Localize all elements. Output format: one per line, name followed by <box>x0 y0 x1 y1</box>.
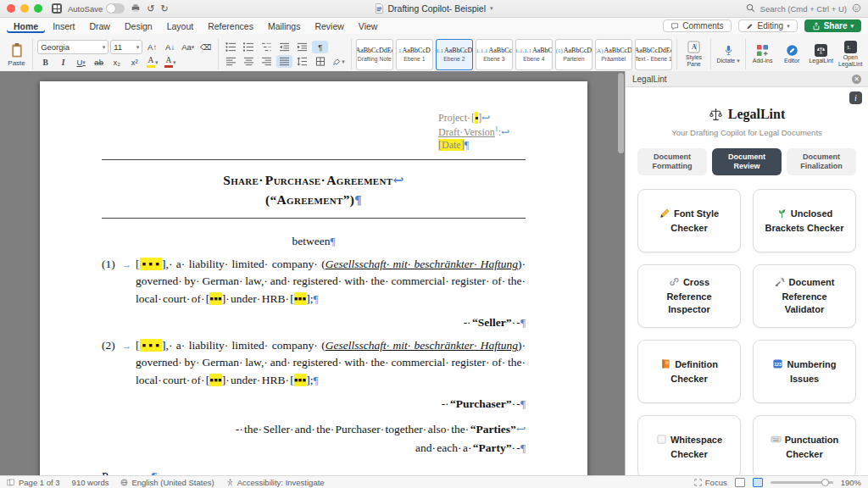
tab-document-review[interactable]: Document Review <box>712 148 782 175</box>
add-ins-button[interactable]: Add-ins <box>750 44 776 64</box>
bold-button[interactable]: B <box>37 56 53 69</box>
zoom-window-button[interactable] <box>34 4 42 13</box>
style-ebene-1[interactable]: 1AaBbCcDEbene 1 <box>396 39 433 70</box>
assistant-icon[interactable] <box>852 3 861 14</box>
tab-document-formatting[interactable]: Document Formatting <box>637 148 707 175</box>
borders-button[interactable] <box>312 55 328 68</box>
justify-button[interactable] <box>276 55 292 68</box>
word-count[interactable]: 910 words <box>72 478 109 487</box>
highlight-color-button[interactable]: A▾ <box>144 56 160 69</box>
search-icon[interactable] <box>746 3 755 14</box>
share-button[interactable]: Share ▾ <box>804 19 861 32</box>
editor-icon <box>786 44 798 57</box>
scrollbar-thumb[interactable] <box>618 73 624 153</box>
style-drafting-note[interactable]: AaBbCcDdEeDrafting Note <box>356 39 393 70</box>
ribbon-tab-design[interactable]: Design <box>118 19 159 33</box>
undo-icon[interactable]: ↺ <box>147 4 154 14</box>
focus-icon <box>694 479 702 486</box>
line-spacing-button[interactable] <box>294 55 310 68</box>
outdent-button[interactable] <box>276 41 292 53</box>
open-legallint-button[interactable]: L Open LegalLint <box>837 41 863 68</box>
definition-checker-card[interactable]: Definition Checker <box>637 340 741 403</box>
ribbon-tab-references[interactable]: References <box>201 19 260 33</box>
editor-button[interactable]: Editor <box>779 44 804 64</box>
style-praeambel[interactable]: (A)AaBbCcDPräambel <box>595 39 632 70</box>
document-title-area[interactable]: Drafting Copilot- Beispiel ▾ <box>375 3 492 14</box>
keyboard-icon <box>771 434 782 448</box>
cross-reference-inspector-card[interactable]: Cross Reference Inspector <box>637 264 741 328</box>
language-indicator[interactable]: English (United States) <box>120 478 214 487</box>
align-right-button[interactable] <box>259 55 275 68</box>
close-panel-icon[interactable]: ✕ <box>852 75 861 84</box>
underline-button[interactable]: U▾ <box>73 56 89 69</box>
change-case-button[interactable]: Aa▾ <box>180 41 196 53</box>
web-layout-view-icon[interactable] <box>753 478 763 487</box>
close-window-button[interactable] <box>7 4 15 13</box>
superscript-button[interactable]: x² <box>126 56 142 69</box>
font-group: Georgia▾ 11▾ A↑ A↓ Aa▾ ⌫ B I U▾ ab x₂ x²… <box>37 40 214 69</box>
legallint-button[interactable]: LegalLint <box>809 44 834 64</box>
doc-title-line2: (“Agreement”)¶ <box>102 190 526 209</box>
info-button[interactable]: i <box>849 92 862 104</box>
bullet-list-button[interactable] <box>223 41 239 53</box>
style-parteien[interactable]: (1)AaBbCcDParteien <box>555 39 593 70</box>
font-style-checker-card[interactable]: Font Style Checker <box>637 189 741 252</box>
document-reference-validator-card[interactable]: Document Reference Validator <box>753 264 856 328</box>
zoom-level[interactable]: 190% <box>841 478 861 487</box>
shading-button[interactable]: ▾ <box>330 55 347 68</box>
redo-icon[interactable]: ↻ <box>160 4 168 14</box>
punctuation-checker-card[interactable]: Punctuation Checker <box>753 415 856 476</box>
ribbon-tab-insert[interactable]: Insert <box>46 19 81 33</box>
style-ebene-2[interactable]: 1.1AaBbCcDEbene 2 <box>436 39 473 70</box>
multilevel-list-button[interactable] <box>259 41 275 53</box>
document-canvas[interactable]: Project· [▪]↩ Draft· Version1:↩ [Date]¶ … <box>0 71 625 476</box>
zoom-slider[interactable] <box>771 481 833 484</box>
focus-mode-button[interactable]: Focus <box>694 478 727 487</box>
style-ebene-3[interactable]: 1.1.1AaBbCcEbene 3 <box>476 39 513 70</box>
print-icon[interactable] <box>131 3 141 14</box>
ribbon-tab-mailings[interactable]: Mailings <box>261 19 308 33</box>
app-grid-icon[interactable] <box>52 3 62 14</box>
indent-button[interactable] <box>294 41 310 53</box>
ribbon-tab-review[interactable]: Review <box>308 19 350 33</box>
doc-icon <box>375 3 383 14</box>
accessibility-status[interactable]: Accessibility: Investigate <box>226 478 325 487</box>
tab-document-finalization[interactable]: Document Finalization <box>787 148 856 175</box>
zoom-slider-knob[interactable] <box>821 479 829 486</box>
dictate-button[interactable]: Dictate ▾ <box>715 44 741 64</box>
ribbon-tab-view[interactable]: View <box>352 19 385 33</box>
font-size-select[interactable]: 11▾ <box>110 40 142 54</box>
page-indicator[interactable]: Page 1 of 3 <box>7 478 60 487</box>
grow-font-button[interactable]: A↑ <box>144 41 160 53</box>
comments-button[interactable]: Comments <box>663 19 731 32</box>
align-center-button[interactable] <box>241 55 257 68</box>
ribbon-tab-draw[interactable]: Draw <box>82 19 117 33</box>
document-page[interactable]: Project· [▪]↩ Draft· Version1:↩ [Date]¶ … <box>40 81 587 476</box>
ribbon-tab-home[interactable]: Home <box>7 19 45 33</box>
clear-formatting-button[interactable]: ⌫ <box>198 41 214 53</box>
strikethrough-button[interactable]: ab <box>91 56 107 69</box>
print-layout-view-icon[interactable] <box>735 478 745 487</box>
ribbon-tab-layout[interactable]: Layout <box>160 19 201 33</box>
subscript-button[interactable]: x₂ <box>108 56 125 69</box>
autosave-toggle[interactable] <box>106 3 125 14</box>
style-ebene-4[interactable]: 1.1.1.1AaBbCEbene 4 <box>515 39 553 70</box>
font-name-select[interactable]: Georgia▾ <box>37 40 108 54</box>
numbered-list-button[interactable] <box>241 41 257 53</box>
italic-button[interactable]: I <box>55 56 71 69</box>
paste-button[interactable]: Paste <box>5 42 28 67</box>
document-scrollbar[interactable] <box>618 73 624 474</box>
font-color-button[interactable]: A▾ <box>162 56 178 69</box>
search-label[interactable]: Search (Cmd + Ctrl + U) <box>760 4 847 14</box>
editing-mode-button[interactable]: Editing ▾ <box>738 19 798 32</box>
align-left-button[interactable] <box>223 55 239 68</box>
style-text-ebene-1[interactable]: AaBbCcDdEeText - Ebene 1 <box>635 39 672 70</box>
show-formatting-marks-button[interactable]: ¶ <box>312 41 328 53</box>
shrink-font-button[interactable]: A↓ <box>162 41 178 53</box>
unclosed-brackets-checker-card[interactable]: Unclosed Brackets Checker <box>753 189 856 252</box>
numbering-issues-card[interactable]: 123Numbering Issues <box>753 340 856 403</box>
autosave-control[interactable]: AutoSave <box>68 3 125 14</box>
minimize-window-button[interactable] <box>20 4 29 13</box>
styles-pane-button[interactable]: A Styles Pane <box>682 41 707 68</box>
whitespace-checker-card[interactable]: Whitespace Checker <box>637 415 741 476</box>
